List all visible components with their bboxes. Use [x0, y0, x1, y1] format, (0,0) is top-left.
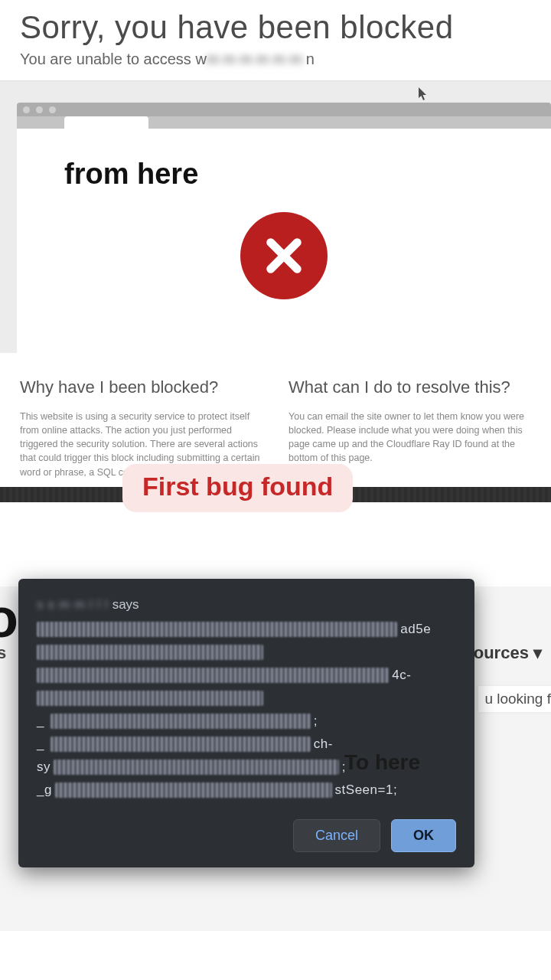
cancel-button[interactable]: Cancel: [293, 819, 380, 852]
bg-word-looking: u looking f: [478, 686, 551, 712]
dialog-button-row: Cancel OK: [37, 819, 456, 852]
dialog-line-8-pre: _g: [37, 782, 52, 798]
mock-browser-toolbar: [17, 103, 551, 116]
block-title: Sorry, you have been blocked: [20, 9, 531, 46]
bg-word-left-s: s: [0, 643, 6, 663]
dialog-line-8: _g stSeen=1;: [37, 782, 456, 798]
block-subtitle-prefix: You are unable to access w: [20, 51, 207, 67]
annotation-from-here: from here: [64, 158, 504, 191]
dialog-line-3: 4c-: [37, 668, 456, 683]
redacted-smear: [55, 782, 332, 798]
why-title: Why have I been blocked?: [20, 377, 262, 397]
block-subtitle: You are unable to access wmmmmmmn: [20, 51, 531, 68]
mouse-cursor: [0, 81, 551, 103]
mock-browser: from here: [17, 103, 551, 353]
dialog-host-blur: ssmmlll: [37, 597, 112, 612]
lower-zone: s ources ▾ u looking f To here ssmmlllsa…: [0, 586, 551, 931]
traffic-light-dot: [36, 106, 43, 113]
block-subtitle-blur: mmmmmm: [207, 51, 306, 67]
dialog-line-8-tail: stSeen=1;: [335, 782, 398, 798]
dialog-line-6-tail: ch-: [314, 737, 333, 752]
dialog-line-1: ad5e: [37, 622, 456, 637]
grey-band: from here: [0, 80, 551, 353]
redacted-smear: [51, 714, 311, 729]
dialog-line-4: [37, 691, 456, 706]
dialog-line-6: _ ch-: [37, 737, 456, 752]
bg-word-sources: ources ▾: [474, 643, 542, 663]
dialog-line-2: [37, 645, 456, 660]
dialog-host-line: ssmmlllsays: [37, 597, 456, 612]
redacted-smear: [54, 760, 339, 775]
javascript-alert-dialog: ssmmlllsays ad5e 4c- _ ; _ ch- sy: [18, 579, 474, 867]
redacted-smear: [51, 737, 311, 752]
dialog-line-7-pre: sy: [37, 760, 51, 775]
cloudflare-block-header: Sorry, you have been blocked You are una…: [0, 0, 551, 80]
annotation-to-here: To here: [344, 750, 420, 775]
traffic-light-dot: [23, 106, 30, 113]
dialog-line-5: _ ;: [37, 714, 456, 729]
dialog-host-says: says: [112, 597, 139, 612]
dialog-line-5-tail: ;: [314, 714, 318, 729]
ok-button[interactable]: OK: [391, 819, 456, 852]
dialog-line-3-tail: 4c-: [392, 668, 411, 683]
block-subtitle-suffix: n: [306, 51, 315, 67]
mock-browser-tab: [64, 116, 148, 129]
redacted-smear: [37, 622, 397, 637]
mock-browser-tabrow: [17, 116, 551, 129]
redacted-smear: [37, 645, 263, 660]
what-title: What can I do to resolve this?: [289, 377, 531, 397]
error-x-icon: [240, 212, 328, 299]
dialog-line-1-tail: ad5e: [400, 622, 431, 637]
what-body: You can email the site owner to let them…: [289, 410, 531, 466]
mock-browser-page: from here: [17, 129, 551, 353]
traffic-light-dot: [49, 106, 56, 113]
redacted-smear: [37, 691, 263, 706]
annotation-first-bug-found: First bug found: [122, 464, 353, 512]
redacted-smear: [37, 668, 389, 683]
